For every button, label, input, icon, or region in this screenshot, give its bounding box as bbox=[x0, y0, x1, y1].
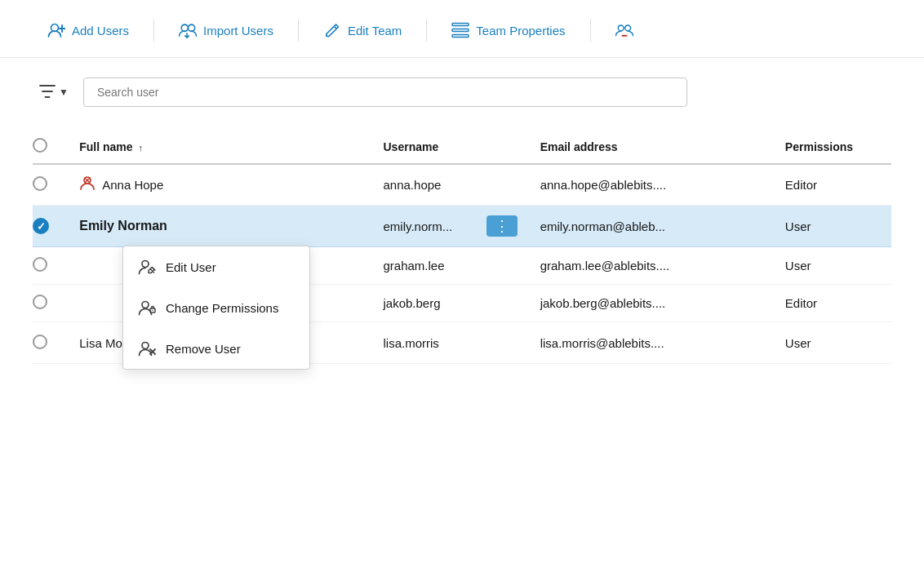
edit-user-icon bbox=[138, 258, 156, 276]
row-permissions: Editor bbox=[774, 164, 891, 206]
toolbar-divider-3 bbox=[426, 19, 427, 42]
row-name-cell: Emily Norman bbox=[68, 206, 371, 247]
import-users-button[interactable]: Import Users bbox=[164, 15, 288, 46]
search-row: ▼ bbox=[33, 78, 891, 107]
svg-point-19 bbox=[142, 343, 149, 349]
radio-unchecked-icon[interactable] bbox=[33, 257, 47, 272]
row-checkbox[interactable] bbox=[33, 164, 68, 206]
svg-line-5 bbox=[334, 26, 336, 29]
col-header-fullname: Full name ↑ bbox=[68, 130, 371, 164]
edit-team-button[interactable]: Edit Team bbox=[309, 15, 416, 46]
toolbar: Add Users Import Users Edit Team bbox=[0, 0, 924, 58]
col-header-permissions: Permissions bbox=[774, 130, 891, 164]
edit-team-icon bbox=[323, 21, 341, 39]
row-name-cell: Anna Hope bbox=[68, 164, 371, 206]
team-properties-label: Team Properties bbox=[476, 24, 565, 38]
table-row[interactable]: Anna Hope anna.hope anna.hope@ablebits..… bbox=[33, 164, 891, 206]
row-permissions: User bbox=[774, 322, 891, 364]
row-fullname: Anna Hope bbox=[102, 178, 163, 192]
col-header-email: Email address bbox=[529, 130, 774, 164]
select-all-checkbox[interactable] bbox=[33, 138, 47, 153]
row-email: graham.lee@ablebits.... bbox=[529, 247, 774, 285]
svg-rect-8 bbox=[452, 35, 469, 38]
radio-checked-icon[interactable] bbox=[33, 218, 49, 234]
edit-team-label: Edit Team bbox=[348, 24, 402, 38]
svg-point-9 bbox=[618, 25, 624, 31]
radio-unchecked-icon[interactable] bbox=[33, 176, 47, 191]
row-checkbox[interactable] bbox=[33, 247, 68, 285]
filter-icon bbox=[39, 84, 56, 101]
svg-point-10 bbox=[624, 25, 630, 31]
row-username: emily.norm... ⋮ bbox=[372, 206, 529, 247]
sort-arrow-icon: ↑ bbox=[138, 143, 143, 153]
row-fullname: Emily Norman bbox=[79, 219, 167, 233]
import-users-icon bbox=[179, 21, 197, 39]
context-edit-user-label: Edit User bbox=[166, 260, 216, 274]
row-email: jakob.berg@ablebits.... bbox=[529, 285, 774, 322]
filter-chevron-icon: ▼ bbox=[59, 86, 69, 98]
col-header-username: Username bbox=[372, 130, 529, 164]
svg-rect-7 bbox=[452, 29, 469, 32]
toolbar-divider-1 bbox=[153, 19, 154, 42]
svg-point-16 bbox=[142, 302, 149, 308]
toolbar-divider-2 bbox=[298, 19, 299, 42]
row-email: emily.norman@ableb... bbox=[529, 206, 774, 247]
svg-point-15 bbox=[142, 261, 149, 268]
row-checkbox[interactable] bbox=[33, 322, 68, 364]
row-checkbox[interactable] bbox=[33, 206, 68, 247]
extra-icon bbox=[615, 21, 633, 39]
row-kebab-button[interactable]: ⋮ bbox=[486, 215, 518, 237]
row-username: graham.lee bbox=[372, 247, 529, 285]
main-content: ▼ Full name ↑ Username bbox=[0, 58, 924, 383]
row-username: anna.hope bbox=[372, 164, 529, 206]
row-permissions: Editor bbox=[774, 285, 891, 322]
row-email: anna.hope@ablebits.... bbox=[529, 164, 774, 206]
filter-button[interactable]: ▼ bbox=[33, 79, 75, 106]
context-remove-user[interactable]: Remove User bbox=[123, 328, 309, 369]
context-menu: Edit User Change Permissions bbox=[122, 246, 310, 370]
svg-point-18 bbox=[152, 310, 153, 311]
users-table-wrap: Full name ↑ Username Email address Permi… bbox=[33, 130, 891, 364]
row-username: lisa.morris bbox=[372, 322, 529, 364]
team-properties-button[interactable]: Team Properties bbox=[437, 15, 580, 46]
svg-rect-6 bbox=[452, 24, 469, 26]
context-edit-user[interactable]: Edit User bbox=[123, 246, 309, 287]
import-users-label: Import Users bbox=[203, 24, 273, 38]
radio-unchecked-icon[interactable] bbox=[33, 295, 47, 309]
row-permissions: User bbox=[774, 206, 891, 247]
table-row[interactable]: Emily Norman emily.norm... ⋮ emily.norma… bbox=[33, 206, 891, 247]
row-username: jakob.berg bbox=[372, 285, 529, 322]
row-permissions: User bbox=[774, 247, 891, 285]
add-users-button[interactable]: Add Users bbox=[33, 15, 144, 46]
team-properties-icon bbox=[451, 21, 469, 39]
context-change-permissions[interactable]: Change Permissions bbox=[123, 287, 309, 328]
remove-user-icon bbox=[138, 339, 156, 357]
add-users-icon bbox=[47, 21, 65, 39]
context-remove-user-label: Remove User bbox=[166, 342, 241, 356]
radio-unchecked-icon[interactable] bbox=[33, 335, 47, 349]
change-permissions-icon bbox=[138, 299, 156, 317]
toolbar-divider-4 bbox=[590, 19, 591, 42]
add-users-label: Add Users bbox=[72, 24, 129, 38]
row-checkbox[interactable] bbox=[33, 285, 68, 322]
context-change-permissions-label: Change Permissions bbox=[166, 301, 278, 315]
search-input[interactable] bbox=[83, 78, 687, 107]
extra-button[interactable] bbox=[601, 15, 648, 46]
row-email: lisa.morris@ablebits.... bbox=[529, 322, 774, 364]
svg-point-4 bbox=[188, 24, 194, 31]
user-status-icon bbox=[79, 175, 96, 195]
